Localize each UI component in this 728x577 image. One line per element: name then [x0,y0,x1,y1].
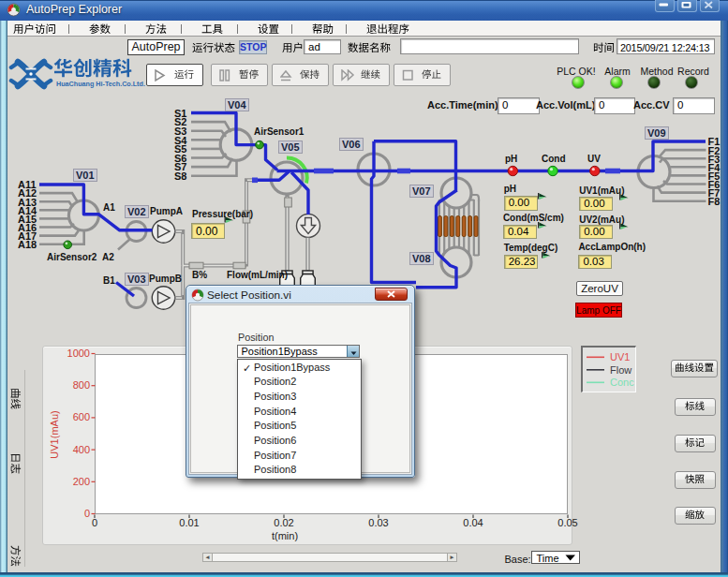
svg-text:0.05: 0.05 [557,517,577,528]
svg-text:400: 400 [73,444,90,455]
svg-text:800: 800 [73,379,90,391]
svg-text:200: 200 [73,476,90,487]
svg-text:0: 0 [92,517,97,528]
svg-text:600: 600 [73,411,90,422]
svg-text:Conc: Conc [610,377,634,388]
svg-text:0: 0 [84,508,90,519]
svg-text:0.01: 0.01 [179,517,199,528]
svg-text:1000: 1000 [67,348,90,359]
svg-text:UV1(mAu): UV1(mAu) [49,410,60,458]
svg-text:UV1: UV1 [610,351,630,362]
svg-text:0.03: 0.03 [368,517,388,528]
svg-text:0.04: 0.04 [463,517,483,528]
svg-text:Flow: Flow [610,364,631,376]
svg-text:t(min): t(min) [272,530,298,541]
svg-text:0.02: 0.02 [274,517,293,528]
